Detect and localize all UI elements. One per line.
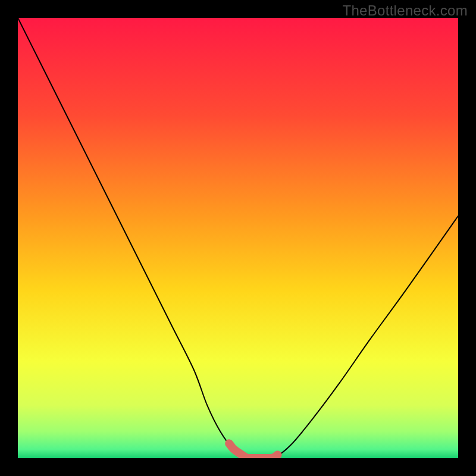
gradient-background [18,18,458,458]
watermark-text: TheBottleneck.com [342,2,468,19]
plot-area [18,18,458,458]
chart-frame: TheBottleneck.com [0,0,476,476]
chart-svg [18,18,458,458]
